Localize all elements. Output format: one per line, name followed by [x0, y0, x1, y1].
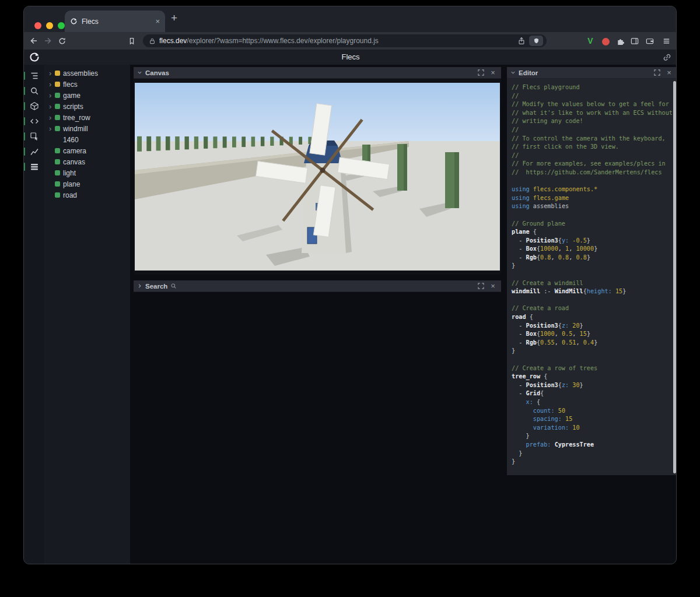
tree-item-tree_row[interactable]: ›tree_row [44, 112, 130, 123]
entity-color-dot [55, 82, 60, 87]
search-panel-title: Search [145, 283, 167, 290]
fullscreen-icon[interactable] [652, 68, 662, 78]
new-tab-button[interactable]: + [171, 12, 177, 24]
code-line: } [512, 449, 677, 458]
editor-panel-title: Editor [519, 69, 538, 76]
url-bar[interactable]: flecs.dev/explorer/?wasm=https://www.fle… [143, 34, 547, 47]
tab-title: Flecs [82, 17, 151, 26]
tree-item-road[interactable]: road [44, 189, 130, 201]
expand-arrow-icon[interactable]: › [49, 101, 55, 112]
search-panel-header: Search × [134, 280, 501, 292]
tree-item-flecs[interactable]: ›flecs [44, 79, 130, 90]
tree-item-assemblies[interactable]: ›assemblies [44, 68, 130, 79]
back-icon[interactable] [29, 36, 38, 45]
code-line: road { [512, 313, 677, 322]
icon-sidebar [24, 65, 44, 564]
code-line: // what it's like to work with an ECS wi… [512, 109, 677, 118]
extensions-puzzle-icon[interactable] [615, 36, 625, 46]
tree-item-label: scripts [63, 103, 83, 111]
code-icon[interactable] [24, 114, 44, 129]
fullscreen-icon[interactable] [476, 68, 485, 78]
canvas-panel-title: Canvas [145, 69, 169, 76]
code-line: // Create a windmill [512, 279, 677, 288]
traffic-light-maximize[interactable] [58, 22, 65, 29]
app-title: Flecs [24, 50, 677, 65]
tree-icon[interactable] [24, 68, 44, 83]
tree-item-label: road [63, 191, 77, 199]
tree-item-windmill[interactable]: ›windmill [44, 123, 130, 134]
code-line: spacing: 15 [512, 415, 677, 424]
tree-item-light[interactable]: light [44, 167, 130, 178]
fullscreen-icon[interactable] [476, 282, 485, 291]
wallet-icon[interactable] [645, 36, 655, 46]
v-extension-icon[interactable]: V [585, 36, 596, 46]
tree-item-scripts[interactable]: ›scripts [44, 101, 130, 112]
editor-code[interactable]: // Flecs playground//// Modify the value… [507, 79, 677, 475]
search-icon[interactable] [24, 83, 44, 99]
sidebar-toggle-icon[interactable] [629, 36, 640, 46]
chevron-down-icon[interactable] [137, 70, 142, 75]
chevron-right-icon[interactable] [137, 283, 142, 289]
traffic-light-minimize[interactable] [46, 22, 53, 29]
close-panel-icon[interactable]: × [664, 68, 674, 78]
red-extension-icon[interactable] [600, 36, 611, 46]
tab-close-icon[interactable]: × [155, 17, 160, 25]
expand-arrow-icon[interactable]: › [49, 123, 55, 134]
entity-color-dot [55, 104, 60, 109]
tree-item-canvas[interactable]: canvas [44, 156, 130, 167]
code-line: prefab: CypressTree [512, 441, 677, 449]
code-line: } [512, 432, 677, 441]
entity-color-dot [55, 115, 60, 120]
close-panel-icon[interactable]: × [488, 282, 498, 291]
forward-icon[interactable] [43, 36, 52, 45]
chevron-down-icon[interactable] [510, 70, 516, 75]
entity-color-dot [55, 148, 60, 153]
lock-icon [149, 37, 156, 45]
bookmark-icon[interactable] [127, 36, 136, 45]
brave-shield-icon[interactable] [529, 36, 543, 46]
memory-icon[interactable] [24, 159, 44, 174]
code-line: using assemblies [512, 202, 677, 211]
tab-strip: Flecs × + [24, 6, 677, 32]
code-line: - Position3{y: -0.5} [512, 237, 677, 245]
link-icon[interactable] [662, 52, 671, 62]
entity-color-dot [55, 71, 60, 76]
canvas-panel-header: Canvas × [134, 67, 501, 79]
entity-tree: ›assemblies›flecs›game›scripts›tree_row›… [44, 65, 130, 564]
main-area: Canvas × [130, 65, 677, 564]
inspector-icon[interactable] [24, 129, 44, 144]
app-header: Flecs [24, 50, 677, 65]
share-icon[interactable] [517, 37, 526, 45]
tree-item-1460[interactable]: 1460 [44, 134, 130, 145]
code-line: } [512, 262, 677, 271]
code-line: // first click on the 3D view. [512, 143, 677, 152]
code-line: // [512, 126, 677, 135]
code-line: // writing any code! [512, 117, 677, 126]
menu-icon[interactable] [661, 36, 671, 46]
close-panel-icon[interactable]: × [488, 68, 498, 78]
code-line: - Position3{z: 30} [512, 381, 677, 390]
stats-icon[interactable] [24, 144, 44, 159]
code-line: count: 50 [512, 407, 677, 416]
expand-arrow-icon[interactable]: › [49, 68, 55, 79]
code-line: - Box{10000, 1, 10000} [512, 245, 677, 254]
code-line: plane { [512, 228, 677, 237]
search-icon [170, 283, 177, 289]
entity-color-dot [55, 181, 60, 187]
expand-arrow-icon[interactable]: › [49, 90, 55, 101]
code-line: using flecs.components.* [512, 185, 677, 194]
traffic-light-close[interactable] [34, 22, 41, 29]
tree-item-camera[interactable]: camera [44, 145, 130, 156]
code-line: - Rgb{0.8, 0.8, 0.8} [512, 254, 677, 262]
reload-icon[interactable] [57, 36, 66, 45]
code-line: x: { [512, 398, 677, 407]
tree-item-label: flecs [63, 80, 78, 89]
expand-arrow-icon[interactable]: › [49, 112, 55, 123]
entities-icon[interactable] [24, 99, 44, 114]
editor-scrollbar[interactable] [673, 81, 676, 473]
expand-arrow-icon[interactable]: › [49, 79, 55, 90]
canvas-3d-scene[interactable] [135, 83, 500, 271]
browser-tab[interactable]: Flecs × [65, 10, 165, 32]
tree-item-game[interactable]: ›game [44, 90, 130, 101]
tree-item-plane[interactable]: plane [44, 178, 130, 189]
